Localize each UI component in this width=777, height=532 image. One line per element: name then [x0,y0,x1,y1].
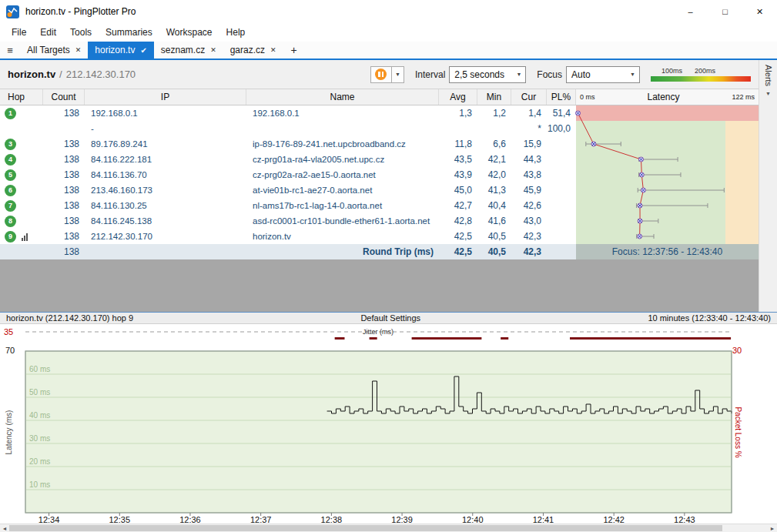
avg-cell: 45,0 [439,182,477,198]
count-cell: 138 [43,152,85,167]
minimize-button[interactable]: – [673,0,708,23]
count-cell: 138 [43,167,85,182]
close-icon[interactable]: ✕ [210,46,216,54]
header-name[interactable]: Name [246,89,439,105]
cur-cell: 44,3 [511,152,547,167]
close-icon[interactable]: ✕ [270,46,276,54]
close-icon[interactable]: ✕ [75,46,82,54]
cur-cell: 42,6 [511,198,547,213]
header-count[interactable]: Count [43,89,85,105]
tab-seznam-cz[interactable]: seznam.cz ✕ [154,42,223,59]
tab-label: garaz.cz [230,45,265,55]
min-cell: 41,3 [477,182,511,198]
count-cell: 138 [43,198,85,213]
interval-select[interactable]: 2,5 seconds ▼ [449,66,526,83]
interval-value: 2,5 seconds [454,69,504,80]
ip-cell: 84.116.136.70 [85,167,246,182]
scrollbar-thumb[interactable] [9,525,722,531]
menu-tools[interactable]: Tools [63,27,99,38]
tab-list-menu-button[interactable]: ≡ [0,42,20,59]
tab-garaz-cz[interactable]: garaz.cz ✕ [223,42,283,59]
header-cur[interactable]: Cur [511,89,547,105]
summary-cur: 42,3 [511,244,547,259]
avg-cell: 43,9 [439,167,477,182]
name-cell: nl-ams17b-rc1-lag-14-0.aorta.net [246,198,439,213]
packet-loss-axis-label: Packet Loss % [734,398,742,467]
hop-cell: 9 [0,229,43,244]
tab-label: seznam.cz [161,45,205,55]
name-cell: asd-rc0001-cr101-bundle-ether61-1.aorta.… [246,213,439,229]
header-ip[interactable]: IP [85,89,246,105]
close-button[interactable]: ✕ [742,0,777,23]
pause-icon [375,69,387,80]
min-cell: 1,2 [477,105,511,121]
gridline-label: 10 ms [29,480,50,489]
table-row[interactable]: 713884.116.130.25nl-ams17b-rc1-lag-14-0.… [0,198,759,213]
pl-cell [547,136,576,152]
maximize-button[interactable]: □ [708,0,742,23]
table-row[interactable]: 513884.116.136.70cz-prg02a-ra2-ae15-0.ao… [0,167,759,182]
check-icon: ✔ [140,46,146,55]
latency-title: Latency [647,92,679,102]
name-cell: 192.168.0.1 [246,105,439,121]
alerts-side-tab[interactable]: Alerts ▼ [759,60,777,312]
hop-cell: 7 [0,198,43,213]
latency-bar-cell [576,105,759,121]
menu-summaries[interactable]: Summaries [99,27,159,38]
menu-edit[interactable]: Edit [33,27,63,38]
pl-cell [547,213,576,229]
packet-loss-segment [370,337,377,340]
avg-cell [439,121,477,136]
table-row[interactable]: 813884.116.245.138asd-rc0001-cr101-bundl… [0,213,759,229]
count-cell: 138 [43,105,85,121]
packet-loss-segment [570,337,731,340]
focus-label: Focus [537,69,562,80]
table-row[interactable]: 6138213.46.160.173at-vie01b-rc1-ae27-0.a… [0,182,759,198]
header-avg[interactable]: Avg [439,89,477,105]
hop-number-badge: 7 [5,200,16,212]
menu-workspace[interactable]: Workspace [159,27,219,38]
timeline-target-text: horizon.tv (212.142.30.170) hop 9 [6,313,133,323]
latency-bar-cell [576,198,759,213]
header-latency[interactable]: 0 ms Latency 122 ms [576,89,759,105]
scroll-left-arrow-icon[interactable]: ◄ [0,524,9,532]
header-min[interactable]: Min [477,89,511,105]
pause-button[interactable] [370,66,392,83]
header-pl[interactable]: PL% [547,89,576,105]
menu-bar: File Edit Tools Summaries Workspace Help [0,23,777,42]
table-row[interactable]: 1138192.168.0.1192.168.0.11,31,21,451,4 [0,105,759,121]
timeline-settings-text[interactable]: Default Settings [133,313,648,323]
ip-cell: 192.168.0.1 [85,105,246,121]
focus-select[interactable]: Auto ▼ [566,66,640,83]
timeline-chart[interactable]: Jitter (ms)60 ms50 ms40 ms30 ms20 ms10 m… [0,324,777,524]
pl-cell: 100,0 [547,121,576,136]
tab-label: All Targets [27,45,70,55]
ip-cell: 84.116.222.181 [85,152,246,167]
latency-bar-cell [576,229,759,244]
latency-bar-cell [576,136,759,152]
header-hop[interactable]: Hop [0,89,43,105]
tab-horizon-tv[interactable]: horizon.tv ✔ [88,42,153,59]
hop-number-badge: 5 [5,169,16,181]
pause-dropdown-button[interactable]: ▼ [392,66,404,83]
menu-file[interactable]: File [5,27,33,38]
table-row[interactable]: 413884.116.222.181cz-prg01a-ra4-vla2005.… [0,152,759,167]
new-tab-button[interactable]: + [283,42,305,59]
horizontal-scrollbar[interactable]: ◄ ► [0,524,777,532]
count-cell: 138 [43,136,85,152]
table-row[interactable]: -*100,0 [0,121,759,136]
target-separator: / [59,69,62,80]
tab-all-targets[interactable]: All Targets ✕ [20,42,88,59]
name-cell: horizon.tv [246,229,439,244]
gridline-label: 40 ms [29,411,50,420]
avg-cell: 11,8 [439,136,477,152]
timeline-range-text[interactable]: 10 minutes (12:33:40 - 12:43:40) [648,313,771,323]
table-row[interactable]: 313889.176.89.241ip-89-176-89-241.net.up… [0,136,759,152]
scroll-right-arrow-icon[interactable]: ► [768,524,777,532]
hop-number-badge: 9 [5,231,16,243]
table-row[interactable]: 9138212.142.30.170horizon.tv42,540,542,3 [0,229,759,244]
legend-100ms-label: 100ms [661,67,682,76]
latency-bar-cell [576,167,759,182]
menu-help[interactable]: Help [219,27,253,38]
gridline-label: 60 ms [29,365,50,373]
